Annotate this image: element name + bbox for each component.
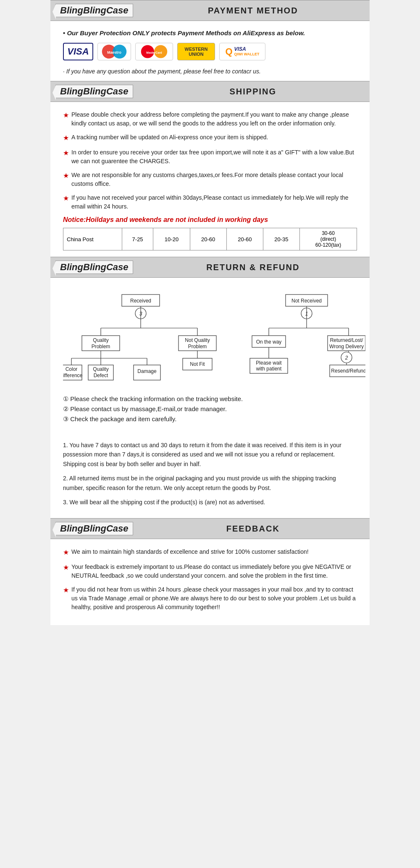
- fc-quality-problem-label: Quality: [93, 337, 108, 343]
- shipping-bullet-1: ★ Please double check your address befor…: [63, 110, 357, 128]
- return-numbered: 1. You have 7 days to contact us and 30 …: [63, 441, 357, 507]
- feedback-title: FEEDBACK: [142, 524, 365, 534]
- fc-quality-defect-label2: Defect: [94, 373, 108, 378]
- fc-not-received-label: Not Received: [291, 298, 322, 304]
- qiwi-wallet-text: QIWI WALLET: [234, 52, 260, 57]
- shipping-bullet-2-text: A tracking number will be updated on Ali…: [71, 133, 268, 143]
- payment-section: Our Buyer Protection ONLY protects Payme…: [50, 21, 370, 81]
- fc-color-diff-label: Color: [66, 366, 78, 372]
- shipping-bullet-5-text: If you have not received your parcel wit…: [71, 193, 357, 211]
- fc-please-wait-label: Please wait: [256, 360, 282, 366]
- star-icon-3: ★: [63, 148, 69, 166]
- return-numbered-3: 3. We will bear all the shipping cost if…: [63, 498, 357, 507]
- fc-resend-refund-label: Resend/Refund: [331, 368, 365, 374]
- table-cell-1: 7-25: [122, 228, 153, 250]
- brand-logo-return: BlingBlingCase: [55, 261, 133, 274]
- star-icon-1: ★: [63, 110, 69, 128]
- star-icon-fb3: ★: [63, 585, 69, 612]
- fc-not-quality-label: Not Quality: [185, 337, 210, 343]
- return-instruction-3: ③ Check the package and item carefully.: [63, 415, 357, 423]
- return-header: BlingBlingCase RETURN & REFUND: [50, 257, 370, 278]
- star-icon-2: ★: [63, 133, 69, 143]
- brand-logo-shipping: BlingBlingCase: [55, 85, 133, 98]
- star-icon-5: ★: [63, 193, 69, 211]
- flowchart: .fc-rect { fill: white; stroke: #333; st…: [63, 290, 365, 387]
- return-instruction-2: ② Please contact us by massage,E-mail,or…: [63, 405, 357, 413]
- feedback-item-1: ★ We aim to maintain high standards of e…: [63, 547, 357, 558]
- feedback-item-2: ★ Your feedback is extremely important t…: [63, 563, 357, 580]
- payment-icons-row: VISA Maestro MasterCard WESTE: [63, 43, 357, 60]
- fc-please-wait-label2: with patient: [256, 366, 282, 372]
- bullet-dot: [63, 29, 67, 36]
- return-section: .fc-rect { fill: white; stroke: #333; st…: [50, 278, 370, 518]
- star-icon-fb1: ★: [63, 547, 69, 558]
- shipping-bullet-4: ★ We are not responsible for any customs…: [63, 171, 357, 188]
- shipping-bullet-1-text: Please double check your address before …: [71, 110, 357, 128]
- feedback-item-3: ★ If you did not hear from us within 24 …: [63, 585, 357, 612]
- feedback-item-2-text: Your feedback is extremely important to …: [71, 563, 357, 580]
- shipping-table: China Post 7-25 10-20 20-60 20-60 20-35 …: [63, 228, 357, 250]
- fc-quality-defect-label: Quality: [93, 366, 108, 372]
- svg-text:Maestro: Maestro: [107, 50, 121, 55]
- fc-damage-label: Damage: [137, 368, 157, 374]
- feedback-item-1-text: We aim to maintain high standards of exc…: [71, 547, 309, 558]
- table-cell-6: 30-60(direct)60-120(tax): [300, 228, 357, 250]
- shipping-bullet-2: ★ A tracking number will be updated on A…: [63, 133, 357, 143]
- payment-header: BlingBlingCase PAYMENT METHOD: [50, 0, 370, 21]
- fc-color-diff-label2: difference: [63, 373, 83, 378]
- fc-on-the-way-label: On the way: [256, 339, 282, 345]
- mastercard-svg: MasterCard: [137, 44, 171, 59]
- shipping-bullet-3-text: In order to ensure you receive your orde…: [71, 148, 357, 166]
- table-cell-5: 20-35: [263, 228, 299, 250]
- shipping-title: SHIPPING: [142, 87, 365, 96]
- fc-circle2-label: 2: [345, 355, 348, 361]
- return-title: RETURN & REFUND: [142, 263, 365, 272]
- star-icon-4: ★: [63, 171, 69, 188]
- payment-protection-text: Our Buyer Protection ONLY protects Payme…: [63, 29, 357, 36]
- wu-logo-icon: WESTERN: [185, 47, 208, 52]
- qiwi-payment-icon: Q VISA QIWI WALLET: [219, 43, 265, 60]
- table-cell-2: 10-20: [153, 228, 190, 250]
- table-row: China Post 7-25 10-20 20-60 20-60 20-35 …: [63, 228, 357, 250]
- return-numbered-1: 1. You have 7 days to contact us and 30 …: [63, 441, 357, 469]
- table-cell-carrier: China Post: [63, 228, 122, 250]
- qiwi-visa-text: VISA: [234, 47, 260, 52]
- shipping-bullet-5: ★ If you have not received your parcel w…: [63, 193, 357, 211]
- maestro-payment-icon: Maestro: [97, 43, 131, 60]
- table-cell-4: 20-60: [226, 228, 263, 250]
- feedback-item-3-text: If you did not hear from us within 24 ho…: [71, 585, 357, 612]
- fc-quality-problem-label2: Problem: [92, 344, 110, 349]
- brand-logo-feedback: BlingBlingCase: [55, 522, 133, 535]
- return-numbered-2: 2. All returned items must be in the ori…: [63, 474, 357, 493]
- mastercard-payment-icon: MasterCard: [135, 43, 173, 60]
- visa-payment-icon: VISA: [63, 43, 93, 60]
- payment-title: PAYMENT METHOD: [142, 6, 365, 16]
- fc-not-quality-label2: Problem: [188, 344, 207, 349]
- brand-logo-payment: BlingBlingCase: [55, 4, 133, 17]
- maestro-svg: Maestro: [98, 43, 131, 60]
- shipping-notice: Notice:Hoildays and weekends are not inc…: [63, 216, 357, 224]
- shipping-section: ★ Please double check your address befor…: [50, 102, 370, 257]
- payment-contact-text: · If you have any question about the pay…: [63, 68, 357, 75]
- table-cell-3: 20-60: [190, 228, 226, 250]
- return-instruction-1: ① Please check the tracking information …: [63, 395, 357, 403]
- return-instructions: ① Please check the tracking information …: [63, 395, 357, 423]
- shipping-bullet-3: ★ In order to ensure you receive your or…: [63, 148, 357, 166]
- visa-text: VISA: [67, 46, 89, 57]
- svg-text:MasterCard: MasterCard: [146, 51, 162, 54]
- qiwi-text-block: VISA QIWI WALLET: [234, 47, 260, 56]
- wu-logo-icon2: UNION: [189, 52, 203, 57]
- fc-returned-label: Returned/Lost/: [330, 337, 363, 343]
- page: BlingBlingCase PAYMENT METHOD Our Buyer …: [50, 0, 370, 625]
- fc-not-fit-label: Not Fit: [190, 361, 205, 367]
- shipping-header: BlingBlingCase SHIPPING: [50, 81, 370, 102]
- fc-returned-label2: Wrong Delivery: [329, 344, 364, 349]
- western-union-payment-icon: WESTERN UNION: [177, 43, 215, 60]
- fc-received-label: Received: [130, 298, 151, 304]
- protection-bold: Our Buyer Protection ONLY protects Payme…: [67, 29, 305, 36]
- feedback-section: ★ We aim to maintain high standards of e…: [50, 539, 370, 625]
- shipping-bullet-4-text: We are not responsible for any customs c…: [71, 171, 357, 188]
- feedback-header: BlingBlingCase FEEDBACK: [50, 518, 370, 539]
- star-icon-fb2: ★: [63, 563, 69, 580]
- qiwi-circle-icon: Q: [225, 46, 232, 57]
